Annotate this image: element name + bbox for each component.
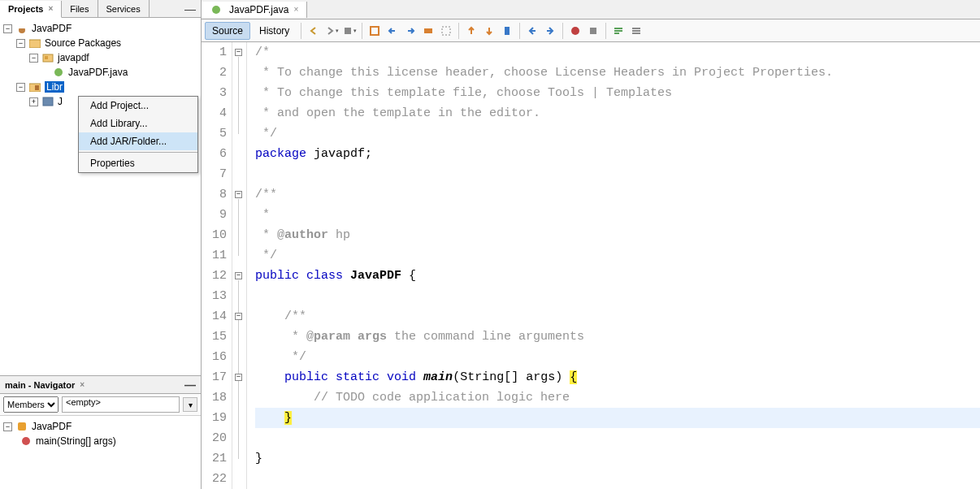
fold-toggle[interactable]: − — [235, 49, 242, 56]
svg-point-11 — [212, 6, 220, 14]
navigator-filter[interactable]: <empty> — [62, 396, 180, 413]
tree-libraries-label: Libr — [45, 81, 64, 93]
menu-add-jar[interactable]: Add JAR/Folder... — [79, 132, 197, 150]
menu-add-library[interactable]: Add Library... — [79, 115, 197, 132]
tree-root-label: JavaPDF — [32, 23, 72, 34]
svg-rect-18 — [590, 28, 596, 34]
code-text: (String[] args) — [453, 370, 570, 384]
class-icon — [15, 421, 28, 432]
tab-projects[interactable]: Projects× — [0, 1, 62, 18]
minimize-button[interactable]: — — [180, 379, 201, 391]
fold-toggle[interactable]: − — [235, 272, 242, 279]
tree-libraries[interactable]: − Libr — [2, 80, 199, 94]
collapse-icon[interactable]: − — [16, 83, 25, 92]
svg-point-5 — [54, 68, 63, 76]
code-text: /** — [255, 309, 306, 323]
nav-method-label: main(String[] args) — [36, 435, 116, 447]
code-text: { — [401, 269, 416, 283]
fold-toggle[interactable]: − — [235, 191, 242, 198]
code-text: { — [570, 370, 577, 384]
uncomment-icon[interactable] — [628, 23, 644, 39]
code-text — [379, 370, 387, 384]
expand-icon[interactable]: + — [29, 97, 38, 106]
tree-package[interactable]: − javapdf — [2, 50, 199, 65]
shift-left-icon[interactable] — [524, 23, 540, 39]
coffee-cup-icon — [15, 23, 28, 34]
code-editor[interactable]: 12345678910111213141516171819202122 − − … — [202, 42, 980, 489]
close-icon[interactable]: × — [48, 4, 53, 13]
nav-class[interactable]: − JavaPDF — [3, 419, 197, 434]
tree-src-packages[interactable]: − Source Packages — [2, 36, 199, 50]
navigator-filter-text: <empty> — [66, 397, 101, 407]
fold-toggle[interactable]: − — [235, 374, 242, 381]
prev-bookmark-icon[interactable] — [463, 23, 479, 39]
find-next-icon[interactable] — [402, 23, 418, 39]
toggle-bookmark-icon[interactable] — [499, 23, 515, 39]
find-prev-icon[interactable] — [384, 23, 401, 39]
menu-add-project[interactable]: Add Project... — [79, 97, 197, 115]
nav-forward-icon[interactable]: ▾ — [323, 23, 340, 39]
svg-rect-7 — [35, 85, 39, 90]
code-text: param — [314, 330, 350, 344]
close-icon[interactable]: × — [80, 380, 85, 389]
code-text: hp — [328, 228, 350, 242]
code-text — [350, 330, 358, 344]
editor-tab[interactable]: JavaPDF.java × — [202, 2, 307, 18]
tab-files-label: Files — [70, 4, 89, 14]
filter-icon[interactable]: ▾ — [183, 397, 197, 412]
code-text: void — [387, 370, 416, 384]
code-text: JavaPDF — [350, 269, 401, 283]
menu-properties[interactable]: Properties — [79, 154, 197, 172]
source-button-label: Source — [212, 25, 243, 37]
collapse-icon[interactable]: − — [29, 54, 38, 63]
code-text — [299, 269, 306, 283]
menu-properties-label: Properties — [90, 158, 135, 169]
fold-toggle[interactable]: − — [235, 313, 242, 320]
svg-rect-15 — [442, 27, 450, 35]
code-text: public — [255, 269, 299, 283]
svg-rect-14 — [424, 28, 432, 33]
history-button[interactable]: History — [252, 22, 297, 40]
toggle-rect-icon[interactable] — [438, 23, 454, 39]
code-text: } — [255, 452, 262, 465]
next-bookmark-icon[interactable] — [481, 23, 497, 39]
tree-file-label: JavaPDF.java — [68, 67, 128, 78]
comment-icon[interactable] — [610, 23, 627, 39]
tree-src-label: Source Packages — [45, 37, 121, 49]
macro-record-icon[interactable] — [567, 23, 583, 39]
toggle-highlight-icon[interactable] — [420, 23, 436, 39]
nav-back-icon[interactable] — [306, 23, 322, 39]
collapse-icon[interactable]: − — [16, 39, 25, 48]
minimize-button[interactable]: — — [180, 3, 201, 15]
members-select[interactable]: Members — [3, 396, 59, 413]
history-button-label: History — [259, 25, 289, 37]
svg-rect-8 — [43, 97, 53, 106]
package-icon — [41, 52, 54, 63]
close-icon[interactable]: × — [293, 5, 298, 14]
navigator-title-bar: main - Navigator × — — [0, 376, 201, 394]
java-class-icon — [210, 4, 223, 15]
nav-class-label: JavaPDF — [32, 421, 72, 432]
fold-gutter: − − − − − — [232, 42, 247, 489]
tab-services[interactable]: Services — [98, 0, 150, 17]
find-selection-icon[interactable] — [366, 23, 383, 39]
tree-root[interactable]: − JavaPDF — [2, 21, 199, 36]
collapse-icon[interactable]: − — [3, 24, 12, 33]
menu-add-project-label: Add Project... — [90, 100, 149, 111]
collapse-icon[interactable]: − — [3, 422, 12, 431]
shift-right-icon[interactable] — [542, 23, 558, 39]
code-text: javapdf; — [306, 147, 372, 161]
tab-files[interactable]: Files — [62, 0, 98, 17]
tree-file[interactable]: JavaPDF.java — [2, 65, 199, 80]
macro-stop-icon[interactable] — [585, 23, 601, 39]
nav-method[interactable]: main(String[] args) — [3, 434, 197, 448]
svg-rect-9 — [18, 422, 26, 431]
code-text: the command line arguments — [387, 330, 584, 344]
code-content[interactable]: /* * To change this license header, choo… — [247, 42, 980, 489]
source-button[interactable]: Source — [205, 22, 250, 40]
nav-last-icon[interactable]: ▾ — [341, 23, 358, 39]
code-text: * @ — [255, 330, 314, 344]
svg-rect-1 — [19, 27, 25, 28]
package-folder-icon — [28, 37, 41, 49]
code-text: * To change this template file, choose T… — [255, 86, 672, 100]
